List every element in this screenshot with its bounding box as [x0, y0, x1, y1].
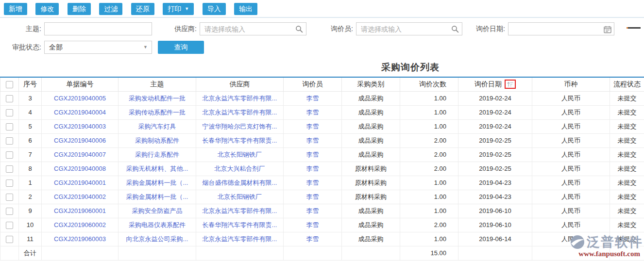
supplier-link[interactable]: 北京永益汽车零部件有限...	[203, 109, 277, 116]
approval-status-label: 审批状态:	[0, 41, 41, 54]
row-checkbox[interactable]	[6, 222, 13, 229]
row-checkbox[interactable]	[6, 236, 13, 243]
sort-ascending-icon[interactable]	[505, 80, 516, 89]
inquirer-link[interactable]: 李雪	[306, 95, 319, 102]
inquirer-link[interactable]: 李雪	[306, 235, 319, 243]
supplier-link[interactable]: 宁波华翔哈尔巴克灯饰有...	[203, 123, 277, 130]
supplier-link[interactable]: 北京永益汽车零部件有限...	[203, 207, 277, 214]
row-checkbox[interactable]	[6, 151, 13, 159]
supplier-link[interactable]: 北京长阳钢铁厂	[218, 151, 262, 158]
import-button[interactable]: 导入	[203, 3, 226, 15]
subject-link[interactable]: 采购行走系配件	[135, 151, 179, 158]
subject-cell: 采购制动系配件	[119, 133, 196, 147]
total-row: 合计 15.00	[0, 246, 644, 260]
doc-no-link[interactable]: CGXJ2019040003	[54, 123, 106, 130]
subject-link[interactable]: 采购电器仪表系配件	[129, 221, 186, 228]
search-icon[interactable]	[295, 25, 303, 33]
export-button[interactable]: 输出	[234, 3, 257, 15]
supplier-link[interactable]: 长春华翔汽车零件有限责...	[203, 221, 277, 228]
doc-no-link[interactable]: CGXJ2019060003	[54, 235, 106, 243]
supplier-link[interactable]: 长春华翔汽车零件有限责...	[203, 137, 277, 144]
inquirer-link[interactable]: 李雪	[306, 221, 319, 228]
supplier-link[interactable]: 北京长阳钢铁厂	[218, 193, 262, 200]
doc-no-cell: CGXJ2019040004	[42, 105, 119, 119]
supplier-link[interactable]: 北京永益汽车零部件有限...	[203, 95, 277, 102]
row-checkbox[interactable]	[6, 208, 13, 215]
doc-no-link[interactable]: CGXJ2019040006	[54, 137, 106, 144]
inquiry-date-label: 询价日期:	[464, 22, 505, 35]
seq-cell: 8	[19, 162, 42, 176]
col-supplier: 供应商	[196, 77, 284, 91]
doc-no-link[interactable]: CGXJ2019060001	[54, 207, 106, 214]
inquirer-input[interactable]	[356, 22, 462, 35]
inquirer-cell: 李雪	[284, 176, 342, 190]
inquiry-date-input[interactable]	[508, 22, 614, 35]
seq-cell: 2	[19, 190, 42, 204]
row-checkbox-cell	[0, 91, 19, 105]
row-checkbox-cell	[0, 204, 19, 218]
inquirer-link[interactable]: 李雪	[306, 151, 319, 158]
inquirer-link[interactable]: 李雪	[306, 137, 319, 144]
row-checkbox-cell	[0, 190, 19, 204]
subject-link[interactable]: 采购汽车灯具	[138, 123, 176, 130]
doc-no-link[interactable]: CGXJ2019040002	[54, 193, 106, 200]
inquirer-link[interactable]: 李雪	[306, 207, 319, 214]
edit-button[interactable]: 修改	[35, 3, 59, 15]
select-all-checkbox[interactable]	[6, 81, 13, 88]
doc-no-link[interactable]: CGXJ2019060002	[54, 221, 106, 228]
row-checkbox[interactable]	[6, 194, 13, 201]
doc-no-link[interactable]: CGXJ2019040004	[54, 109, 106, 116]
subject-cell: 采购金属材料一批（...	[119, 176, 196, 190]
approval-status-select[interactable]: 全部 ▼	[44, 41, 152, 54]
count-cell: 1.00	[400, 91, 458, 105]
seq-cell: 6	[19, 133, 42, 147]
status-cell: 未提交	[610, 91, 644, 105]
subject-link[interactable]: 采购安全防盗产品	[132, 207, 183, 214]
subject-link[interactable]: 采购无机材料、其他...	[126, 165, 188, 172]
subject-input[interactable]	[44, 22, 152, 35]
search-icon[interactable]	[451, 25, 459, 33]
inquirer-link[interactable]: 李雪	[306, 179, 319, 186]
doc-no-cell: CGXJ2019040003	[42, 119, 119, 133]
row-checkbox[interactable]	[6, 179, 13, 187]
inquirer-link[interactable]: 李雪	[306, 123, 319, 130]
date-cell: 2019-02-24	[458, 105, 532, 119]
supplier-input[interactable]	[200, 22, 306, 35]
print-button[interactable]: 打印 ▼	[163, 3, 194, 15]
row-checkbox-cell	[0, 133, 19, 147]
row-checkbox[interactable]	[6, 123, 13, 130]
doc-no-link[interactable]: CGXJ2019040007	[54, 151, 106, 158]
supplier-link[interactable]: 烟台盛伟德金属材料有限...	[203, 179, 277, 186]
inquirer-link[interactable]: 李雪	[306, 109, 319, 116]
subject-cell: 采购电器仪表系配件	[119, 218, 196, 232]
date-cell: 2019-02-25	[458, 162, 532, 176]
filter-button[interactable]: 过滤	[99, 3, 122, 15]
subject-link[interactable]: 采购传动系配件一批	[129, 109, 186, 116]
calendar-icon[interactable]	[604, 26, 611, 33]
date-cell: 2019-02-25	[458, 147, 532, 162]
doc-no-link[interactable]: CGXJ2019040005	[54, 95, 106, 102]
query-button[interactable]: 查询	[158, 41, 204, 54]
subject-link[interactable]: 采购制动系配件	[135, 137, 179, 144]
inquirer-cell: 李雪	[284, 162, 342, 176]
inquirer-link[interactable]: 李雪	[306, 165, 319, 172]
doc-no-cell: CGXJ2019040006	[42, 133, 119, 147]
delete-button[interactable]: 删除	[68, 3, 91, 15]
row-checkbox[interactable]	[6, 137, 13, 145]
subject-link[interactable]: 采购金属材料一批（...	[126, 193, 188, 200]
supplier-link[interactable]: 北京永益汽车零部件有限...	[203, 235, 277, 243]
restore-button[interactable]: 还原	[131, 3, 154, 15]
table-row: 5CGXJ2019040003采购汽车灯具宁波华翔哈尔巴克灯饰有...李雪成品采…	[0, 119, 644, 133]
subject-link[interactable]: 采购发动机配件一批	[129, 95, 186, 102]
subject-link[interactable]: 采购金属材料一批（...	[126, 179, 188, 186]
supplier-link[interactable]: 北京大兴粘合剂厂	[215, 165, 265, 172]
inquirer-link[interactable]: 李雪	[306, 193, 319, 200]
table-row: 7CGXJ2019040007采购行走系配件北京长阳钢铁厂李雪成品采购2.002…	[0, 147, 644, 162]
row-checkbox[interactable]	[6, 95, 13, 102]
subject-link[interactable]: 向北京永益公司采购...	[126, 235, 188, 243]
row-checkbox[interactable]	[6, 165, 13, 173]
doc-no-link[interactable]: CGXJ2019040001	[54, 179, 106, 186]
add-button[interactable]: 新增	[4, 3, 27, 15]
doc-no-link[interactable]: CGXJ2019040008	[54, 165, 106, 172]
row-checkbox[interactable]	[6, 109, 13, 116]
